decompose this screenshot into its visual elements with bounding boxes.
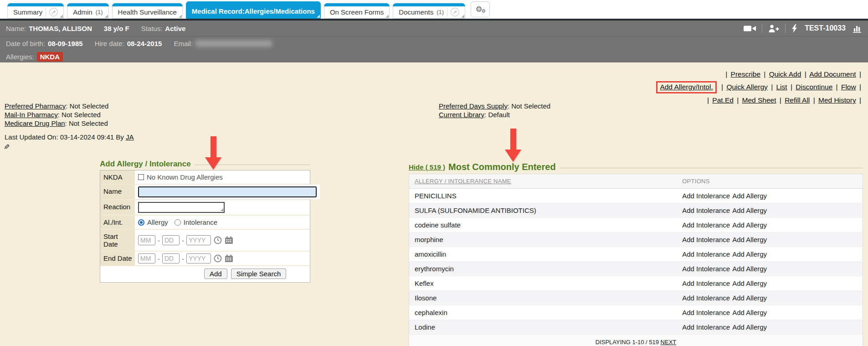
patient-dob: 08-09-1985 [48,40,83,47]
reaction-field-label: Reaction [100,200,135,215]
add-person-icon[interactable] [768,25,779,32]
link-separator: | [813,96,815,104]
options-cell: Add IntoleranceAdd Allergy [677,232,863,247]
allergy-name-input[interactable] [138,186,317,197]
quick-allergy-link[interactable]: Quick Allergy [726,83,767,91]
prescribe-link[interactable]: Prescribe [731,70,760,78]
reaction-input[interactable] [138,202,225,213]
last-updated-user-link[interactable]: JA [126,133,134,141]
video-camera-icon[interactable] [744,25,756,32]
form-row-reaction: Reaction [100,199,310,215]
link-separator: | [771,83,773,91]
mail-in-pharmacy-link[interactable]: Mail-In Pharmacy [5,111,58,119]
tab-documents[interactable]: Documents (1) ↗ [393,3,465,19]
add-intolerance-link[interactable]: Add Intolerance [682,323,730,331]
clock-icon[interactable] [214,236,222,244]
flow-link[interactable]: Flow [841,83,856,91]
nkda-checkbox[interactable] [138,174,144,180]
allergy-radio-label[interactable]: Allergy [147,218,168,226]
gears-icon: ⚙ [481,9,486,14]
add-intolerance-link[interactable]: Add Intolerance [682,279,730,287]
medicare-drug-plan-link[interactable]: Medicare Drug Plan [5,119,65,127]
pat-ed-link[interactable]: Pat.Ed [712,96,734,104]
last-updated-line: Last Updated On: 03-14-2024 09:41 By JA [5,133,134,141]
current-library-line: Current Library: Default [439,110,550,119]
tab-medical-record-allergies-medications[interactable]: Medical Record:Allergies/Medications [186,1,321,19]
add-allergy-link[interactable]: Add Allergy [732,294,767,302]
list-link[interactable]: List [776,83,787,91]
nkda-checkbox-label[interactable]: No Known Drug Allergies [147,173,223,181]
form-box: NKDA No Known Drug Allergies Name Reacti… [100,170,310,283]
discontinue-link[interactable]: Discontinue [796,83,832,91]
preferred-days-supply-line: Preferred Days Supply: Not Selected [439,102,550,110]
add-intolerance-link[interactable]: Add Intolerance [682,192,730,200]
end-year-input[interactable] [186,253,211,263]
add-intolerance-link[interactable]: Add Intolerance [682,294,730,302]
add-button[interactable]: Add [204,269,227,279]
end-day-input[interactable] [162,253,180,263]
allergy-name-cell: PENICILLINS [409,189,677,203]
allergy-badge-nkda[interactable]: NKDA [37,52,63,62]
table-row: cephalexin Add IntoleranceAdd Allergy [409,305,863,320]
start-month-input[interactable] [138,235,155,245]
calendar-icon[interactable] [225,254,233,263]
lightning-icon[interactable] [791,24,797,33]
preferred-days-supply-link[interactable]: Preferred Days Supply [439,102,508,110]
intolerance-radio-label[interactable]: Intolerance [184,218,217,226]
settings-button[interactable]: ⚙ ⚙ [471,1,490,17]
med-sheet-link[interactable]: Med Sheet [742,96,776,104]
add-intolerance-link[interactable]: Add Intolerance [682,265,730,273]
end-month-input[interactable] [138,253,155,263]
add-allergy-intol-link[interactable]: Add Allergy/Intol. [660,83,713,91]
add-allergy-link[interactable]: Add Allergy [732,192,767,200]
redacted-email [195,40,272,47]
external-arrow-icon[interactable]: ↗ [451,8,459,16]
tab-health-surveillance[interactable]: Health Surveillance [112,3,183,19]
add-intolerance-link[interactable]: Add Intolerance [682,207,730,214]
intolerance-radio[interactable] [175,219,181,226]
bar-chart-icon[interactable] [853,24,862,33]
reaction-input-wrapper [138,202,225,213]
hide-count-link[interactable]: Hide ( 519 ) [409,163,445,171]
external-arrow-icon[interactable]: ↗ [49,8,58,16]
add-allergy-link[interactable]: Add Allergy [732,236,767,243]
add-intolerance-link[interactable]: Add Intolerance [682,236,730,243]
tab-divider [46,8,46,17]
main-content: | Prescribe | Quick Add | Add Document |… [0,62,868,345]
add-intolerance-link[interactable]: Add Intolerance [682,309,730,316]
next-page-link[interactable]: NEXT [661,339,677,346]
start-year-input[interactable] [186,235,211,245]
refill-all-link[interactable]: Refill All [785,96,810,104]
add-allergy-link[interactable]: Add Allergy [732,207,767,214]
dob-label: Date of birth: [6,40,45,47]
add-intolerance-link[interactable]: Add Intolerance [682,250,730,258]
add-allergy-link[interactable]: Add Allergy [732,323,767,331]
start-day-input[interactable] [162,235,180,245]
link-separator: | [836,83,838,91]
med-history-link[interactable]: Med History [818,96,856,104]
clock-icon[interactable] [214,254,222,263]
patient-hire-date: 08-24-2015 [127,40,162,47]
calendar-icon[interactable] [225,236,233,244]
tab-summary[interactable]: Summary ↗ [7,3,64,19]
column-header-name[interactable]: ALLERGY / INTOLERANCE NAME [409,174,677,189]
add-allergy-link[interactable]: Add Allergy [732,265,767,273]
add-allergy-link[interactable]: Add Allergy [732,221,767,229]
header-icon-group: TEST-10033 [744,24,862,33]
preferred-pharmacy-value: Not Selected [70,102,109,110]
pharmacy-info: Preferred Pharmacy: Not Selected Mail-In… [5,102,108,128]
add-allergy-link[interactable]: Add Allergy [732,250,767,258]
allergy-radio[interactable] [138,219,144,226]
current-library-link[interactable]: Current Library [439,111,484,119]
pencil-icon[interactable]: ✎ [4,143,10,151]
simple-search-button[interactable]: Simple Search [231,269,287,279]
add-intolerance-link[interactable]: Add Intolerance [682,221,730,229]
tab-on-screen-forms[interactable]: On Screen Forms [324,3,390,19]
add-document-link[interactable]: Add Document [809,70,856,78]
quick-add-link[interactable]: Quick Add [769,70,801,78]
med-links-row-2: Add Allergy/Intol. | Quick Allergy | Lis… [656,81,863,93]
tab-admin[interactable]: Admin (1) [67,3,108,19]
add-allergy-link[interactable]: Add Allergy [732,309,767,316]
add-allergy-link[interactable]: Add Allergy [732,279,767,287]
preferred-pharmacy-link[interactable]: Preferred Pharmacy [5,102,66,110]
